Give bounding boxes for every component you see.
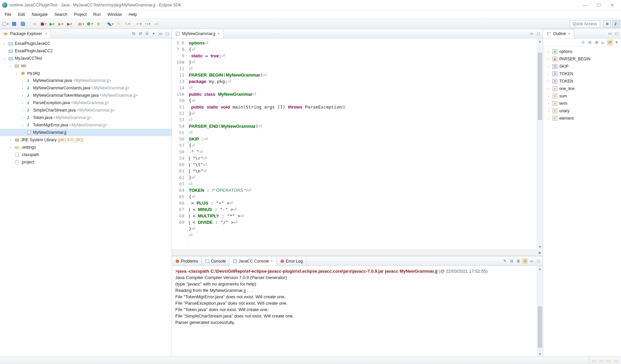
collapse-all-button[interactable]: ⊟ bbox=[587, 39, 593, 46]
chevron-right-icon[interactable]: › bbox=[2, 42, 7, 46]
java-file[interactable]: ›JMyNewGrammarConstants.java <MyNewGramm… bbox=[0, 84, 172, 92]
outline-item[interactable]: › r unary bbox=[543, 107, 621, 115]
ext-tools-button[interactable]: ▶ bbox=[65, 20, 73, 28]
package-node[interactable]: ⌄ my.pkg bbox=[0, 69, 172, 77]
status-shortcut-1[interactable]: ▭ bbox=[591, 358, 597, 363]
scroll-down-icon[interactable]: ▼ bbox=[537, 244, 543, 249]
package-explorer-tree[interactable]: › EssaiPluginJavaCC EssaiPluginJavaCC2 ⌄… bbox=[0, 38, 172, 357]
outline-item[interactable]: › r sum bbox=[543, 92, 621, 100]
scroll-thumb[interactable] bbox=[538, 53, 542, 120]
menu-project[interactable]: Project bbox=[70, 10, 90, 19]
new-package-button[interactable] bbox=[77, 20, 85, 28]
open-type-button[interactable]: ⊕ bbox=[94, 20, 102, 28]
status-shortcut-3[interactable]: ▭ bbox=[605, 358, 612, 363]
minimize-outline-button[interactable]: ▭ bbox=[607, 31, 613, 37]
outline-item[interactable]: › o options bbox=[543, 48, 621, 55]
chevron-right-icon[interactable]: › bbox=[20, 94, 25, 97]
close-icon[interactable]: × bbox=[271, 259, 273, 264]
tab-console[interactable]: Console bbox=[202, 256, 230, 266]
menu-window[interactable]: Window bbox=[104, 10, 125, 19]
scroll-down-icon[interactable]: ▼ bbox=[537, 351, 543, 357]
minimize-console-button[interactable]: ▭ bbox=[529, 258, 535, 264]
new-button[interactable] bbox=[1, 20, 9, 28]
java-file[interactable]: ›JParseException.java <MyNewGrammar.jj> bbox=[0, 99, 172, 107]
search-button[interactable]: 🔦 bbox=[106, 20, 114, 28]
chevron-right-icon[interactable]: › bbox=[546, 117, 551, 120]
menu-search[interactable]: Search bbox=[51, 10, 70, 19]
debug-button[interactable]: 🐞 bbox=[39, 20, 47, 28]
scroll-thumb[interactable] bbox=[538, 306, 542, 348]
outline-item[interactable]: › t TOKEN bbox=[543, 78, 621, 85]
chevron-down-icon[interactable]: ⌄ bbox=[2, 57, 7, 60]
editor-vscrollbar[interactable]: ▲ ▼ bbox=[537, 38, 543, 249]
chevron-right-icon[interactable]: › bbox=[546, 65, 551, 68]
window-minimize-button[interactable]: — bbox=[579, 1, 592, 9]
jj-file-selected[interactable]: j MyNewGrammar.jj bbox=[0, 129, 172, 136]
chevron-right-icon[interactable]: › bbox=[20, 86, 25, 90]
scroll-right-icon[interactable]: ▶ bbox=[539, 251, 541, 254]
tab-error-log[interactable]: Error Log bbox=[277, 256, 306, 266]
menu-navigate[interactable]: Navigate bbox=[28, 10, 51, 19]
run-last-button[interactable]: ▶ bbox=[57, 20, 65, 28]
java-file[interactable]: ›JMyNewGrammar.java <MyNewGrammar.jj> bbox=[0, 77, 172, 84]
java-file[interactable]: ›JSimpleCharStream.java <MyNewGrammar.jj… bbox=[0, 107, 172, 114]
outline-item[interactable]: › t TOKEN bbox=[543, 70, 621, 78]
chevron-right-icon[interactable]: › bbox=[8, 138, 13, 142]
link-button[interactable]: ⇄ bbox=[607, 39, 613, 46]
chevron-right-icon[interactable]: › bbox=[546, 94, 551, 98]
outline-tree[interactable]: › o options › p PARSER_BEGIN › t SKIP › … bbox=[543, 47, 621, 357]
display-console-button[interactable]: ⊞ bbox=[515, 258, 521, 264]
tab-javacc-console[interactable]: JavaCC Console × bbox=[230, 256, 277, 266]
skip-breakpoints-button[interactable]: ⤼ bbox=[30, 20, 38, 28]
save-button[interactable] bbox=[10, 20, 18, 28]
close-icon[interactable]: × bbox=[217, 31, 220, 36]
hide-fields-button[interactable]: a↓ bbox=[600, 39, 606, 46]
quick-access-field[interactable]: Quick Access bbox=[570, 20, 600, 28]
window-maximize-button[interactable]: ☐ bbox=[592, 1, 605, 9]
src-folder[interactable]: ⌄ src bbox=[0, 62, 172, 69]
close-icon[interactable]: × bbox=[568, 31, 570, 36]
menu-run[interactable]: Run bbox=[90, 10, 104, 19]
java-file[interactable]: ›JToken.java <MyNewGrammar.jj> bbox=[0, 114, 172, 121]
maximize-console-button[interactable]: ▢ bbox=[535, 258, 541, 264]
nav-prev-button[interactable]: ↩ bbox=[135, 20, 143, 28]
chevron-right-icon[interactable]: › bbox=[20, 109, 25, 112]
toggle-mark-button[interactable]: ✎ bbox=[115, 20, 123, 28]
java-perspective-button[interactable]: J bbox=[612, 20, 620, 28]
package-explorer-tab[interactable]: Package Explorer × bbox=[0, 29, 51, 38]
nav-next-button[interactable]: ↪ bbox=[144, 20, 152, 28]
chevron-right-icon[interactable]: › bbox=[546, 57, 551, 61]
menu-edit[interactable]: Edit bbox=[14, 10, 28, 19]
status-shortcut-4[interactable]: ▭ bbox=[613, 358, 619, 363]
scroll-lock-button[interactable]: ⊡ bbox=[522, 258, 528, 264]
classpath-file[interactable]: .classpath bbox=[0, 151, 172, 158]
gutter[interactable]: 5 6 7 8 9 10⊕ 11 12 13 14 15⊕ 50 51 52 5… bbox=[172, 38, 187, 249]
scroll-up-icon[interactable]: ▲ bbox=[537, 266, 543, 271]
code-editor[interactable]: 5 6 7 8 9 10⊕ 11 12 13 14 15⊕ 50 51 52 5… bbox=[172, 38, 537, 249]
editor-hscrollbar[interactable]: ▶ bbox=[172, 249, 543, 255]
outline-item[interactable]: › r element bbox=[543, 115, 621, 122]
console-output[interactable]: >java -classpath C:\Devs\GitRepo\sf-ecli… bbox=[172, 266, 537, 357]
chevron-right-icon[interactable]: › bbox=[20, 101, 25, 105]
chevron-right-icon[interactable]: › bbox=[8, 146, 13, 149]
pin-editor-button[interactable]: ⇦ bbox=[152, 20, 160, 28]
focus-button[interactable]: ☰ bbox=[144, 31, 150, 37]
annotations-button[interactable]: ✎ bbox=[123, 20, 131, 28]
maximize-editor-button[interactable]: ▢ bbox=[535, 31, 541, 37]
java-file[interactable]: ›JTokenMgrError.java <MyNewGrammar.jj> bbox=[0, 121, 172, 129]
console-vscrollbar[interactable]: ▲ ▼ bbox=[537, 266, 543, 357]
window-close-button[interactable]: ✕ bbox=[605, 1, 619, 9]
outline-item[interactable]: › r one_line bbox=[543, 85, 621, 92]
maximize-outline-button[interactable]: ▢ bbox=[614, 31, 620, 37]
focus-button[interactable]: ⊙ bbox=[580, 39, 586, 46]
view-menu-button[interactable]: ▾ bbox=[614, 39, 620, 46]
chevron-right-icon[interactable]: › bbox=[546, 87, 551, 91]
scroll-up-icon[interactable]: ▲ bbox=[537, 38, 543, 44]
chevron-right-icon[interactable]: › bbox=[20, 79, 25, 83]
tab-problems[interactable]: Problems bbox=[172, 256, 202, 266]
code-text[interactable]: options⏎ {⏎ ··static = true;⏎ }⏎ ⏎ PARSE… bbox=[187, 38, 537, 249]
project-essai2[interactable]: EssaiPluginJavaCC2 bbox=[0, 47, 172, 55]
sort-button[interactable]: ⊞ bbox=[593, 39, 599, 46]
chevron-right-icon[interactable]: › bbox=[20, 123, 25, 127]
outline-item[interactable]: › p PARSER_BEGIN bbox=[543, 55, 621, 63]
